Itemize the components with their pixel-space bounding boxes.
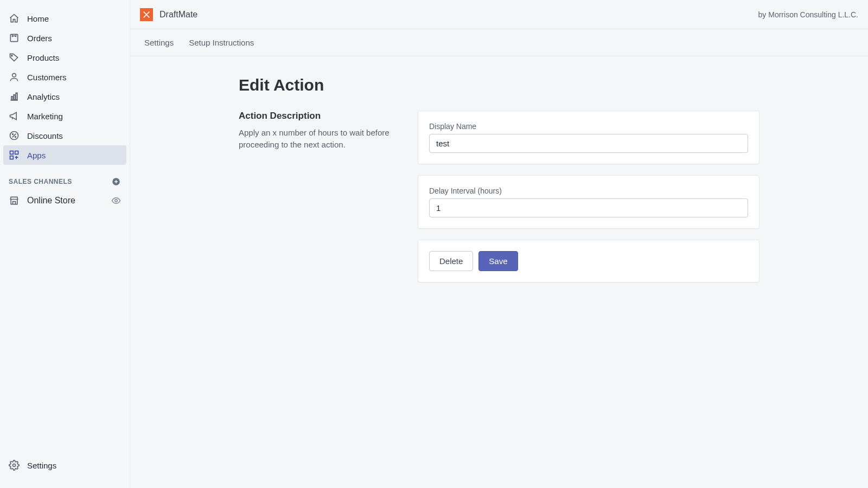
svg-rect-3 bbox=[11, 97, 13, 100]
svg-point-7 bbox=[12, 134, 14, 135]
subnav: Settings Setup Instructions bbox=[130, 29, 868, 56]
sidebar-item-label: Orders bbox=[27, 34, 52, 43]
svg-point-2 bbox=[12, 73, 16, 77]
bar-chart-icon bbox=[9, 91, 20, 102]
svg-rect-5 bbox=[16, 93, 17, 100]
delay-label: Delay Interval (hours) bbox=[429, 187, 748, 195]
svg-rect-4 bbox=[14, 95, 15, 100]
section-description: Apply an x number of hours to wait befor… bbox=[239, 127, 396, 151]
svg-rect-9 bbox=[10, 151, 14, 155]
sidebar-item-label: Products bbox=[27, 53, 59, 62]
svg-point-1 bbox=[11, 55, 12, 56]
svg-rect-11 bbox=[10, 156, 14, 159]
svg-point-13 bbox=[115, 200, 118, 202]
subnav-settings[interactable]: Settings bbox=[144, 38, 174, 47]
delete-button[interactable]: Delete bbox=[429, 251, 473, 271]
topbar: DraftMate by Morrison Consulting L.L.C. bbox=[130, 0, 868, 29]
sidebar-item-customers[interactable]: Customers bbox=[0, 67, 130, 87]
sales-channels-label: SALES CHANNELS bbox=[9, 178, 72, 185]
megaphone-icon bbox=[9, 111, 20, 121]
sidebar-item-settings[interactable]: Settings bbox=[0, 455, 130, 475]
sidebar-item-label: Analytics bbox=[27, 92, 60, 101]
sidebar-item-products[interactable]: Products bbox=[0, 48, 130, 67]
store-icon bbox=[9, 195, 20, 206]
percent-icon bbox=[9, 130, 20, 141]
sidebar: Home Orders Products Customers bbox=[0, 0, 130, 488]
apps-icon bbox=[9, 150, 20, 160]
main: DraftMate by Morrison Consulting L.L.C. … bbox=[130, 0, 868, 488]
subnav-setup-instructions[interactable]: Setup Instructions bbox=[189, 38, 254, 47]
sidebar-item-label: Home bbox=[27, 14, 49, 23]
channel-online-store[interactable]: Online Store bbox=[0, 191, 130, 210]
channel-label: Online Store bbox=[27, 196, 75, 206]
svg-point-14 bbox=[13, 464, 16, 467]
page-title: Edit Action bbox=[239, 76, 760, 94]
delay-input[interactable] bbox=[429, 198, 748, 217]
sidebar-item-discounts[interactable]: Discounts bbox=[0, 126, 130, 145]
sidebar-item-label: Marketing bbox=[27, 112, 63, 121]
actions-card: Delete Save bbox=[418, 240, 760, 282]
sales-channels-header: SALES CHANNELS bbox=[0, 165, 130, 191]
gear-icon bbox=[9, 460, 20, 471]
home-icon bbox=[9, 13, 20, 24]
sidebar-item-analytics[interactable]: Analytics bbox=[0, 87, 130, 106]
orders-icon bbox=[9, 33, 20, 43]
sidebar-item-orders[interactable]: Orders bbox=[0, 28, 130, 48]
display-name-input[interactable] bbox=[429, 134, 748, 153]
sidebar-item-home[interactable]: Home bbox=[0, 9, 130, 28]
primary-nav: Home Orders Products Customers bbox=[0, 9, 130, 165]
content: Edit Action Action Description Apply an … bbox=[130, 56, 868, 488]
sidebar-item-marketing[interactable]: Marketing bbox=[0, 106, 130, 126]
sidebar-item-apps[interactable]: Apps bbox=[3, 145, 126, 165]
app-name: DraftMate bbox=[159, 10, 197, 20]
sidebar-item-label: Discounts bbox=[27, 131, 63, 140]
settings-label: Settings bbox=[27, 461, 56, 470]
add-channel-icon[interactable] bbox=[111, 177, 121, 187]
person-icon bbox=[9, 72, 20, 82]
sidebar-item-label: Customers bbox=[27, 73, 67, 82]
save-button[interactable]: Save bbox=[478, 251, 518, 271]
svg-rect-10 bbox=[15, 151, 18, 155]
byline: by Morrison Consulting L.L.C. bbox=[758, 10, 858, 19]
app-logo-icon bbox=[140, 8, 153, 21]
display-name-card: Display Name bbox=[418, 111, 760, 164]
tag-icon bbox=[9, 52, 20, 63]
svg-point-8 bbox=[15, 137, 16, 138]
display-name-label: Display Name bbox=[429, 122, 748, 131]
brand: DraftMate bbox=[140, 8, 197, 21]
sidebar-item-label: Apps bbox=[27, 151, 46, 160]
delay-card: Delay Interval (hours) bbox=[418, 175, 760, 229]
section-title: Action Description bbox=[239, 111, 396, 121]
eye-icon[interactable] bbox=[111, 196, 121, 206]
